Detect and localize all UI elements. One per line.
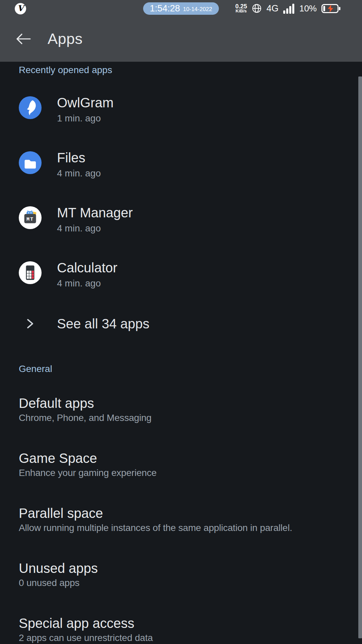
app-last-opened: 4 min. ago	[57, 168, 101, 179]
settings-item-game-space[interactable]: Game Space Enhance your gaming experienc…	[0, 437, 362, 492]
general-settings-list: Default apps Chrome, Phone, and Messagin…	[0, 382, 362, 644]
clock-date: 10-14-2022	[183, 6, 212, 12]
app-name: Calculator	[57, 260, 117, 276]
app-name: OwlGram	[57, 95, 114, 111]
v-logo-icon: V	[15, 3, 26, 14]
app-name: Files	[57, 150, 101, 166]
back-button[interactable]	[14, 30, 33, 48]
status-bar: V 1:54:28 10-14-2022 0.25 KiB/s 4G	[0, 0, 362, 16]
recent-apps-list: OwlGram 1 min. ago Files 4 min. ago	[0, 80, 362, 347]
signal-strength-icon	[283, 3, 295, 14]
svg-text:MT: MT	[26, 217, 34, 222]
settings-item-default-apps[interactable]: Default apps Chrome, Phone, and Messagin…	[0, 382, 362, 437]
settings-item-subtitle: 0 unused apps	[19, 576, 362, 590]
settings-item-subtitle: Allow running multiple instances of the …	[19, 521, 362, 535]
settings-item-special-app-access[interactable]: Special app access 2 apps can use unrest…	[0, 602, 362, 644]
network-speed: 0.25 KiB/s	[235, 4, 247, 13]
globe-icon	[252, 3, 262, 13]
settings-item-unused-apps[interactable]: Unused apps 0 unused apps	[0, 547, 362, 602]
settings-item-title: Unused apps	[19, 560, 362, 576]
settings-item-title: Default apps	[19, 395, 362, 411]
app-row-text: MT Manager 4 min. ago	[57, 201, 133, 234]
back-arrow-icon	[15, 32, 32, 46]
section-label-general: General	[0, 364, 362, 374]
battery-percent: 10%	[299, 3, 317, 14]
battery-charging-icon	[321, 4, 341, 13]
network-type: 4G	[266, 3, 279, 14]
app-row-text: Calculator 4 min. ago	[57, 256, 117, 289]
chevron-right-icon	[25, 318, 35, 330]
network-speed-unit: KiB/s	[236, 9, 247, 13]
app-row-files[interactable]: Files 4 min. ago	[0, 135, 362, 190]
app-row-mt-manager[interactable]: MT MT Manager 4 min. ago	[0, 190, 362, 245]
app-row-calculator[interactable]: Calculator 4 min. ago	[0, 245, 362, 300]
files-app-icon	[19, 151, 42, 174]
settings-item-parallel-space[interactable]: Parallel space Allow running multiple in…	[0, 492, 362, 547]
settings-content: Recently opened apps OwlGram 1 min. ago	[0, 62, 362, 644]
app-bar: Apps	[0, 16, 362, 62]
mt-manager-app-icon: MT	[19, 206, 42, 229]
app-row-owlgram[interactable]: OwlGram 1 min. ago	[0, 80, 362, 135]
calculator-app-icon	[19, 261, 42, 284]
top-bar: V 1:54:28 10-14-2022 0.25 KiB/s 4G	[0, 0, 362, 62]
apps-settings-screen: V 1:54:28 10-14-2022 0.25 KiB/s 4G	[0, 0, 362, 644]
app-last-opened: 1 min. ago	[57, 113, 114, 124]
section-label-recent: Recently opened apps	[0, 62, 362, 75]
app-name: MT Manager	[57, 205, 133, 221]
app-last-opened: 4 min. ago	[57, 278, 117, 289]
status-icons-cluster: 0.25 KiB/s 4G 10%	[235, 3, 341, 14]
owlgram-app-icon	[19, 96, 42, 119]
scrollbar[interactable]	[358, 76, 362, 638]
page-title: Apps	[48, 30, 83, 48]
settings-item-title: Parallel space	[19, 505, 362, 521]
app-row-text: OwlGram 1 min. ago	[57, 91, 114, 124]
app-last-opened: 4 min. ago	[57, 223, 133, 234]
settings-item-subtitle: Chrome, Phone, and Messaging	[19, 411, 362, 425]
see-all-apps-row[interactable]: See all 34 apps	[0, 300, 362, 347]
settings-item-title: Special app access	[19, 615, 362, 631]
clock-time: 1:54:28	[150, 4, 180, 13]
chevron-wrap	[19, 318, 42, 330]
settings-item-subtitle: Enhance your gaming experience	[19, 466, 362, 480]
see-all-label: See all 34 apps	[57, 316, 149, 331]
app-row-text: Files 4 min. ago	[57, 146, 101, 179]
settings-item-title: Game Space	[19, 450, 362, 466]
time-pill: 1:54:28 10-14-2022	[143, 2, 219, 15]
settings-item-subtitle: 2 apps can use unrestricted data	[19, 631, 362, 644]
